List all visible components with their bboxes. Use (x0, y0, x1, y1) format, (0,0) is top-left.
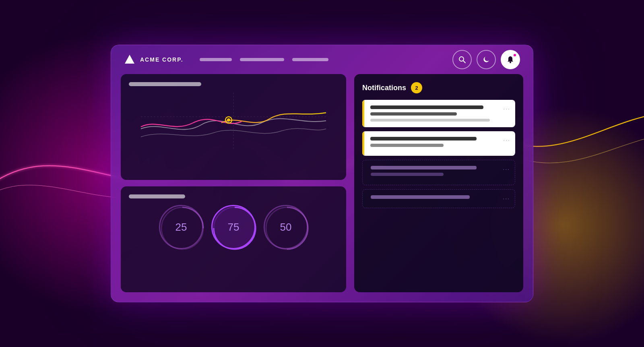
svg-marker-0 (125, 55, 134, 64)
notifications-button[interactable] (501, 50, 520, 69)
notification-item-2[interactable]: ··· (362, 131, 515, 156)
notif-menu-4[interactable]: ··· (503, 195, 510, 202)
chart-area (129, 93, 338, 149)
search-button[interactable] (452, 50, 472, 69)
main-content: 25 75 50 (111, 74, 533, 302)
notification-item-3[interactable]: ··· (362, 160, 515, 185)
notifications-badge: 2 (411, 82, 422, 93)
notif-menu-1[interactable]: ··· (503, 105, 510, 112)
chart-card (121, 74, 346, 180)
metrics-row: 25 75 50 (129, 205, 338, 249)
progress-ring-1 (159, 205, 206, 252)
progress-ring-3 (264, 205, 310, 252)
svg-point-7 (227, 118, 230, 122)
metric-circle-3: 50 (264, 205, 308, 249)
logo-text: ACME CORP. (140, 56, 184, 63)
notif-line-1c (371, 166, 477, 169)
notif-line-2b (370, 144, 444, 147)
notification-item-4[interactable]: ··· (362, 189, 515, 208)
metric-circle-2: 75 (211, 205, 256, 249)
nav-pill-2[interactable] (240, 58, 284, 61)
logo-icon (124, 54, 135, 65)
notification-content-3 (367, 166, 503, 179)
notification-content-1 (367, 105, 503, 122)
nav-pills (200, 58, 328, 61)
notif-menu-3[interactable]: ··· (503, 166, 510, 172)
progress-ring-2 (211, 205, 258, 252)
app-window: ACME CORP. (111, 45, 533, 302)
right-panel: Notifications 2 ··· (354, 74, 523, 292)
notifications-card: Notifications 2 ··· (354, 74, 523, 292)
notification-list: ··· ··· (362, 100, 515, 208)
notif-line-2a (370, 112, 457, 116)
notif-line-1d (371, 195, 470, 199)
notif-line-3a (370, 119, 490, 122)
notification-item-1[interactable]: ··· (362, 100, 515, 127)
notifications-header: Notifications 2 (362, 82, 515, 93)
svg-line-2 (463, 61, 465, 63)
notification-dot (513, 53, 517, 57)
notif-line-1a (370, 105, 483, 109)
notification-content-2 (367, 137, 503, 150)
metric-circle-1: 25 (159, 205, 203, 249)
nav-pill-1[interactable] (200, 58, 232, 61)
svg-point-3 (510, 62, 511, 63)
notification-content-4 (367, 195, 503, 202)
notif-line-2c (371, 173, 444, 176)
nav-pill-3[interactable] (292, 58, 328, 61)
notifications-title: Notifications (362, 84, 406, 92)
metrics-card: 25 75 50 (121, 186, 346, 292)
chart-title-bar (129, 82, 201, 86)
left-panel: 25 75 50 (121, 74, 346, 292)
chart-svg (129, 93, 338, 149)
header-actions (452, 50, 520, 69)
notif-line-1b (370, 137, 477, 140)
moon-icon (482, 56, 490, 64)
metrics-title-bar (129, 194, 185, 198)
notif-menu-2[interactable]: ··· (503, 137, 510, 143)
search-icon (458, 56, 466, 64)
theme-button[interactable] (477, 50, 496, 69)
logo-area: ACME CORP. (124, 54, 184, 65)
header: ACME CORP. (111, 45, 533, 74)
